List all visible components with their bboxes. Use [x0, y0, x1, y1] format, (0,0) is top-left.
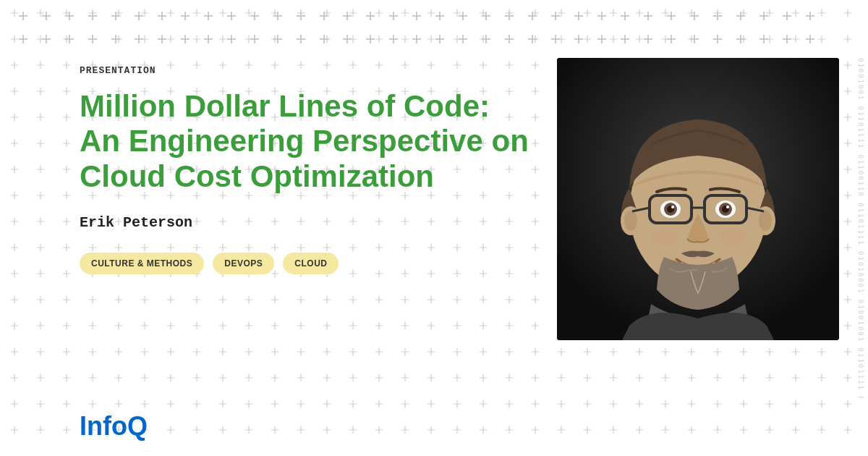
- svg-point-16: [671, 206, 674, 208]
- logo-q-text: Q: [127, 411, 148, 441]
- tag-list: CULTURE & METHODS DEVOPS CLOUD: [80, 253, 535, 274]
- author-name: Erik Peterson: [80, 214, 535, 231]
- speaker-photo-section: [557, 58, 839, 340]
- svg-point-21: [651, 229, 677, 246]
- infoq-logo[interactable]: InfoQ: [80, 411, 148, 442]
- svg-point-6: [624, 211, 637, 231]
- svg-point-7: [759, 211, 772, 231]
- tag-devops[interactable]: DEVOPS: [213, 253, 274, 274]
- svg-point-20: [726, 206, 729, 208]
- binary-decoration: 01001001 01101111 01100110 01101111 0101…: [857, 58, 864, 398]
- text-section: PRESENTATION Million Dollar Lines of Cod…: [80, 58, 557, 274]
- tag-cloud[interactable]: CLOUD: [283, 253, 339, 274]
- presentation-label: PRESENTATION: [80, 65, 535, 76]
- main-content: PRESENTATION Million Dollar Lines of Cod…: [80, 58, 839, 384]
- footer: InfoQ: [80, 411, 148, 442]
- logo-info-text: Info: [80, 411, 127, 441]
- page-title: Million Dollar Lines of Code: An Enginee…: [80, 89, 535, 194]
- svg-point-22: [719, 229, 745, 246]
- speaker-photo: [557, 58, 839, 340]
- tag-culture-methods[interactable]: CULTURE & METHODS: [80, 253, 204, 274]
